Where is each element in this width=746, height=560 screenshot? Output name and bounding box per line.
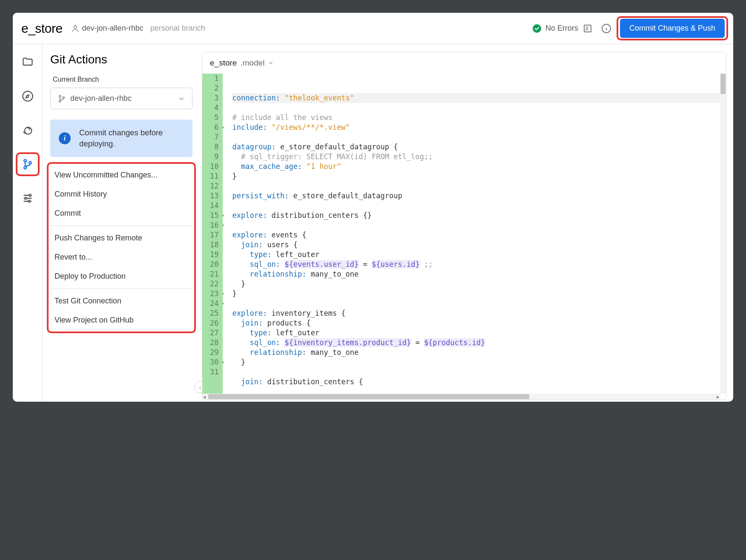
code-line[interactable]: datagroup: e_store_default_datagroup { bbox=[232, 142, 726, 152]
chevron-down-icon bbox=[178, 95, 185, 103]
git-action-list: View Uncommitted Changes...Commit Histor… bbox=[50, 163, 192, 332]
branch-indicator[interactable]: dev-jon-allen-rhbc bbox=[71, 24, 143, 33]
rail-files[interactable] bbox=[18, 53, 37, 71]
svg-point-9 bbox=[25, 197, 27, 200]
svg-point-5 bbox=[24, 160, 26, 162]
git-action-item[interactable]: Commit History bbox=[50, 185, 192, 204]
file-tab[interactable]: e_store.model bbox=[202, 52, 726, 74]
check-icon bbox=[533, 24, 541, 33]
git-action-item[interactable]: View Uncommitted Changes... bbox=[50, 166, 192, 185]
file-ext: .model bbox=[240, 58, 264, 68]
code-line[interactable]: type: left_outer bbox=[232, 250, 726, 260]
rail-search[interactable] bbox=[18, 121, 37, 140]
git-action-item[interactable]: Test Git Connection bbox=[50, 291, 192, 311]
code-line[interactable]: } bbox=[232, 357, 726, 367]
info-icon: i bbox=[59, 132, 71, 144]
code-line[interactable] bbox=[232, 103, 726, 113]
code-line[interactable]: explore: inventory_items { bbox=[232, 309, 726, 318]
header-bar: e_store dev-jon-allen-rhbc personal bran… bbox=[13, 13, 733, 44]
current-branch-label: Current Branch bbox=[50, 76, 192, 83]
app-window: e_store dev-jon-allen-rhbc personal bran… bbox=[13, 13, 733, 402]
code-line[interactable] bbox=[232, 299, 726, 309]
icon-rail bbox=[13, 44, 43, 402]
rail-settings[interactable] bbox=[18, 189, 37, 208]
errors-label: No Errors bbox=[545, 24, 578, 33]
code-line[interactable]: join: distribution_centers { bbox=[232, 377, 726, 387]
scrollbar-vertical[interactable] bbox=[720, 74, 726, 394]
git-action-item[interactable]: Push Changes to Remote bbox=[50, 229, 192, 248]
svg-point-10 bbox=[28, 200, 30, 203]
info-banner: i Commit changes before deploying. bbox=[50, 120, 192, 157]
git-sidebar: Git Actions Current Branch dev-jon-allen… bbox=[43, 44, 200, 402]
code-line[interactable]: relationship: many_to_one bbox=[232, 348, 726, 357]
code-line[interactable]: # include all the views bbox=[232, 113, 726, 123]
code-line[interactable]: } bbox=[232, 289, 726, 299]
line-gutter: 1234567891011121314151617181920212223242… bbox=[202, 74, 223, 400]
svg-point-8 bbox=[29, 194, 31, 197]
code-line[interactable]: sql_on: ${inventory_items.product_id} = … bbox=[232, 338, 726, 348]
editor-panel: ‹ e_store.model 123456789101112131415161… bbox=[200, 44, 733, 402]
info-icon[interactable] bbox=[601, 23, 611, 34]
code-line[interactable]: } bbox=[232, 171, 726, 181]
code-line[interactable] bbox=[232, 220, 726, 230]
code-line[interactable]: connection: "thelook_events" bbox=[232, 93, 726, 103]
svg-point-3 bbox=[23, 91, 32, 101]
commit-push-button[interactable]: Commit Changes & Push bbox=[620, 19, 725, 38]
code-line[interactable]: join: users { bbox=[232, 240, 726, 250]
git-action-item[interactable]: Commit bbox=[50, 204, 192, 223]
validation-status[interactable]: No Errors bbox=[533, 23, 593, 34]
file-name: e_store bbox=[210, 58, 237, 68]
code-line[interactable]: join: products { bbox=[232, 318, 726, 328]
branch-select[interactable]: dev-jon-allen-rhbc bbox=[50, 88, 192, 109]
code-line[interactable]: } bbox=[232, 279, 726, 289]
svg-point-4 bbox=[25, 127, 32, 134]
branch-name: dev-jon-allen-rhbc bbox=[82, 24, 143, 33]
validate-icon[interactable] bbox=[582, 23, 593, 34]
code-line[interactable]: relationship: many_to_one bbox=[232, 269, 726, 279]
rail-git[interactable] bbox=[18, 155, 37, 174]
code-line[interactable] bbox=[232, 201, 726, 211]
code-body[interactable]: connection: "thelook_events" # include a… bbox=[223, 74, 726, 400]
code-line[interactable] bbox=[232, 367, 726, 377]
git-action-item[interactable]: Deploy to Production bbox=[50, 267, 192, 286]
svg-point-13 bbox=[63, 97, 64, 98]
svg-point-12 bbox=[59, 100, 61, 102]
project-name: e_store bbox=[21, 21, 63, 36]
svg-point-6 bbox=[24, 166, 26, 169]
code-line[interactable]: type: left_outer bbox=[232, 328, 726, 338]
code-line[interactable]: sql_on: ${events.user_id} = ${users.id} … bbox=[232, 260, 726, 269]
info-text: Commit changes before deploying. bbox=[79, 127, 184, 149]
chevron-down-icon bbox=[268, 60, 274, 66]
git-action-item[interactable]: Revert to... bbox=[50, 248, 192, 267]
editor-card: e_store.model 12345678910111213141516171… bbox=[202, 52, 726, 400]
code-line[interactable] bbox=[232, 181, 726, 191]
branch-icon bbox=[57, 94, 66, 103]
svg-point-0 bbox=[74, 26, 77, 29]
svg-point-11 bbox=[59, 95, 61, 97]
scrollbar-horizontal[interactable]: ◀ ▶ bbox=[202, 394, 720, 400]
code-line[interactable]: max_cache_age: "1 hour" bbox=[232, 162, 726, 171]
git-action-item[interactable]: View Project on GitHub bbox=[50, 311, 192, 330]
sidebar-title: Git Actions bbox=[50, 53, 192, 66]
code-line[interactable]: persist_with: e_store_default_datagroup bbox=[232, 191, 726, 201]
code-line[interactable]: explore: distribution_centers {} bbox=[232, 211, 726, 220]
person-icon bbox=[71, 24, 80, 33]
branch-select-value: dev-jon-allen-rhbc bbox=[70, 94, 132, 103]
code-area[interactable]: 1234567891011121314151617181920212223242… bbox=[202, 74, 726, 400]
code-line[interactable] bbox=[232, 132, 726, 142]
code-line[interactable]: include: "/views/**/*.view" bbox=[232, 123, 726, 132]
svg-point-7 bbox=[29, 162, 31, 164]
main-area: Git Actions Current Branch dev-jon-allen… bbox=[13, 44, 733, 402]
rail-explore[interactable] bbox=[18, 87, 37, 106]
branch-note: personal branch bbox=[150, 24, 205, 33]
code-line[interactable]: explore: events { bbox=[232, 230, 726, 240]
code-line[interactable]: # sql_trigger: SELECT MAX(id) FROM etl_l… bbox=[232, 152, 726, 162]
